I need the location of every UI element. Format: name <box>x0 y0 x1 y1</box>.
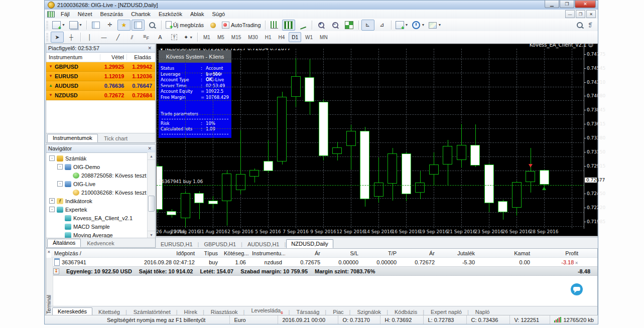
timeframe-m15[interactable]: M15 <box>228 32 244 42</box>
new-order-button[interactable]: Új megbízás <box>164 20 205 31</box>
column-header-8[interactable]: Ár <box>400 250 438 256</box>
navigator-close-icon[interactable]: ✕ <box>146 146 153 151</box>
collapse-icon[interactable]: - <box>57 164 63 170</box>
time-axis[interactable]: 26 Aug 201629 Aug 201631 Aug 20162 Sep 2… <box>157 228 584 236</box>
chat-icon[interactable]: ❡ <box>588 22 593 29</box>
market-watch-toggle-button[interactable] <box>132 20 145 31</box>
maximize-button[interactable]: ❐ <box>560 1 574 8</box>
tree-item-kovess-ea-client-v2-1[interactable]: Kovess_EA_Client_v2.1 <box>47 214 155 222</box>
market-watch-row-eurusd[interactable]: ▼EURUSD1.120191.12036 <box>46 72 155 81</box>
collapse-icon[interactable]: - <box>49 155 55 161</box>
navigator-tab--ltal-nos[interactable]: Általános <box>47 239 81 247</box>
title-bar[interactable]: 2100036268: OIG-Live - [NZDUSD,Daily] ▁ … <box>45 1 598 10</box>
navigator-scrollbar[interactable]: ▲ ▼ <box>147 152 155 238</box>
market-watch-row-nzdusd[interactable]: ▼NZDUSD0.726720.72684 <box>46 91 155 100</box>
tree-item-2100036268-k-vess-teszt[interactable]: 2100036268: Kövess teszt <box>47 188 155 197</box>
arrows-tool-button[interactable]: ✦▼ <box>182 32 195 43</box>
collapse-icon[interactable]: - <box>57 181 63 187</box>
menu-ablak[interactable]: Ablak <box>186 10 208 18</box>
menu-eszközök[interactable]: Eszközök <box>155 10 186 18</box>
order-row[interactable]: 363679412016.09.28 02:47:12buy1.06nzdusd… <box>51 258 597 266</box>
cursor-tool-button[interactable]: ➤ <box>51 32 64 43</box>
chart-tab-gbpusd-h1[interactable]: GBPUSD,H1 <box>199 240 240 248</box>
text-tool-button[interactable]: A <box>154 32 167 43</box>
column-header-6[interactable]: S/L <box>323 250 361 256</box>
column-header-0[interactable]: Megbízás / <box>51 250 136 256</box>
autotrading-button[interactable]: AutoTrading <box>220 20 263 31</box>
scroll-down-icon[interactable]: ▼ <box>148 231 155 238</box>
fibonacci-tool-button[interactable]: ≡F <box>140 32 153 43</box>
market-watch-tab-instrumentumok[interactable]: Instrumentumok <box>47 134 98 142</box>
mdi-close-button[interactable]: ✕ <box>586 10 596 18</box>
candlestick-chart-button[interactable] <box>282 20 295 31</box>
profiles-button[interactable]: ▼ <box>68 20 84 31</box>
bar-chart-button[interactable] <box>268 20 281 31</box>
chart-plot[interactable]: ▼ NZDUSD,Daily 0.72920 0.72927 0.72654 0… <box>157 49 584 228</box>
menu-fájl[interactable]: Fájl <box>57 10 74 18</box>
close-order-icon[interactable]: ✕ <box>575 261 578 265</box>
market-watch-row-audusd[interactable]: ▲AUDUSD0.766360.76647 <box>46 81 155 91</box>
data-window-button[interactable] <box>146 20 159 31</box>
terminal-close-icon[interactable]: ✕ <box>47 250 51 254</box>
support-chat-icon[interactable] <box>570 283 583 296</box>
chart-mdi-icon[interactable] <box>47 11 55 18</box>
mdi-minimize-button[interactable]: — <box>565 10 575 18</box>
crosshair-tool-button[interactable]: ┼ <box>65 32 78 43</box>
open-trade-line[interactable] <box>157 185 584 186</box>
chart-shift-button[interactable]: ⊿ <box>375 20 389 31</box>
crosshair-mode-button[interactable]: ✛ <box>103 20 116 31</box>
favorites-button[interactable]: ★ <box>117 20 131 31</box>
timeframe-h1[interactable]: H1 <box>262 32 275 42</box>
market-watch-close-icon[interactable]: ✕ <box>146 46 153 51</box>
toolbar-grip2[interactable] <box>46 33 48 41</box>
tree-item-macd-sample[interactable]: MACD Sample <box>47 222 155 231</box>
price-axis[interactable]: 0.747750.745450.743100.740800.738450.736… <box>584 44 597 229</box>
new-chart-button[interactable]: ▼ <box>51 20 67 31</box>
collapse-icon[interactable]: - <box>49 207 55 212</box>
column-header-9[interactable]: Jutalék <box>438 250 478 256</box>
market-watch-tab-tick-chart[interactable]: Tick chart <box>99 135 133 142</box>
column-header-10[interactable]: Kamat <box>478 250 533 256</box>
tree-item-moving-average[interactable]: Moving Average <box>47 231 155 238</box>
timeframe-m5[interactable]: M5 <box>214 32 227 42</box>
timeframe-d1[interactable]: D1 <box>289 32 301 42</box>
vline-tool-button[interactable]: │ <box>83 32 96 43</box>
zoom-out-button[interactable]: − <box>329 20 342 31</box>
scrollbar-thumb[interactable] <box>148 196 155 212</box>
timeframe-h4[interactable]: H4 <box>276 32 288 42</box>
ea-name-badge[interactable]: Kovess_EA_Client_v2.1 ☺ <box>530 42 593 48</box>
indicators-button[interactable]: ▼ <box>394 20 410 31</box>
timeframe-m30[interactable]: M30 <box>245 32 261 42</box>
column-header-2[interactable]: Típus <box>198 250 221 256</box>
tile-windows-button[interactable] <box>343 20 356 31</box>
menu-chartok[interactable]: Chartok <box>127 10 155 18</box>
tree-item-2088725058-k-vess-teszt[interactable]: 2088725058: Kövess teszt <box>47 171 155 180</box>
trendline-tool-button[interactable]: ╱ <box>111 32 124 43</box>
close-button[interactable]: ✕ <box>575 1 596 8</box>
timeframe-w1[interactable]: W1 <box>302 32 316 42</box>
sound-button[interactable] <box>206 20 219 31</box>
column-header-1[interactable]: Időpont <box>136 250 198 256</box>
chart-canvas[interactable]: ▼ NZDUSD,Daily 0.72920 0.72927 0.72654 0… <box>156 44 598 236</box>
chart-tab-nzdusd-daily[interactable]: NZDUSD,Daily <box>286 239 333 248</box>
chart-tab-audusd-h1[interactable]: AUDUSD,H1 <box>243 240 284 248</box>
timeframe-m1[interactable]: M1 <box>200 32 213 42</box>
column-header-3[interactable]: Kötéseg... <box>221 250 249 256</box>
column-header-4[interactable]: Instrumentu... <box>249 250 285 256</box>
chart-tab-eurusd-h1[interactable]: EURUSD,H1 <box>156 240 197 248</box>
market-watch-row-gbpusd[interactable]: ▼GBPUSD1.299251.29942 <box>46 62 155 72</box>
menu-súgó[interactable]: Súgó <box>208 10 229 18</box>
periods-button[interactable]: ▼ <box>411 20 426 31</box>
auto-scroll-button[interactable]: ⊾ <box>361 20 374 31</box>
tree-item-expertek[interactable]: -Expertek <box>47 205 155 214</box>
navigator-tab-kedvencek[interactable]: Kedvencek <box>82 240 119 247</box>
column-header-11[interactable]: Profit <box>533 250 581 256</box>
zoom-in-button[interactable]: + <box>315 20 328 31</box>
column-header-7[interactable]: T/P <box>361 250 400 256</box>
channel-tool-button[interactable]: ⫽ <box>125 32 139 43</box>
templates-button[interactable]: ▼ <box>427 20 443 31</box>
scroll-up-icon[interactable]: ▲ <box>148 152 155 160</box>
menu-nézet[interactable]: Nézet <box>74 10 96 18</box>
tree-item-oig-live[interactable]: -OIG-Live <box>47 180 155 188</box>
menu-beszúrás[interactable]: Beszúrás <box>96 10 127 18</box>
